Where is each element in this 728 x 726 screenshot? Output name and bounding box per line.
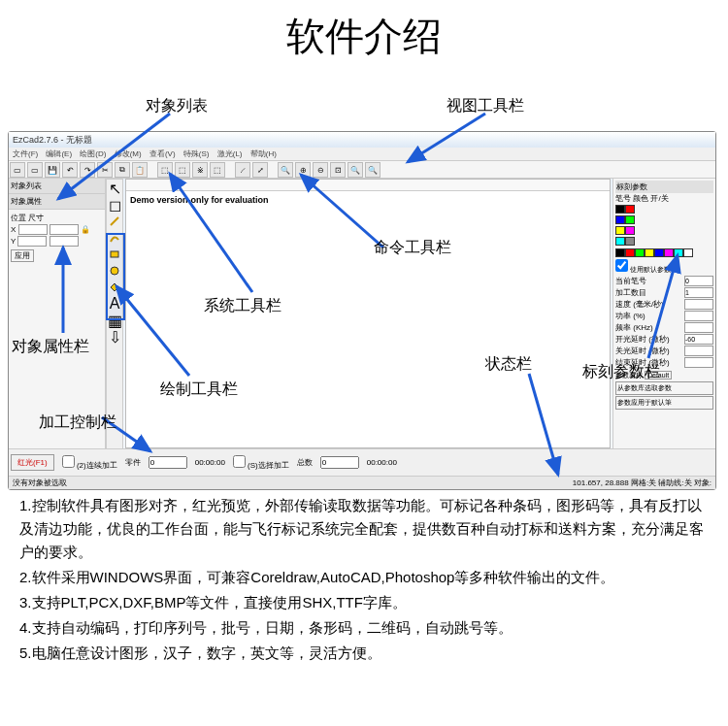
x-label: X (11, 225, 16, 234)
use-default-check[interactable] (615, 259, 628, 272)
app-screenshot: EzCad2.7.6 - 无标题 文件(F) 编辑(E) 绘图(D) 修改(M)… (8, 131, 716, 490)
close-delay-input[interactable] (684, 346, 713, 356)
select-mark-check[interactable] (233, 455, 246, 468)
apply-icon[interactable]: 应用 (11, 249, 34, 262)
color-swatch[interactable] (654, 248, 664, 257)
red-light-button[interactable]: 红光(F1) (11, 454, 54, 471)
current-pen-label: 当前笔号 (615, 276, 646, 286)
pen-header: 笔号 颜色 开/关 (615, 193, 713, 204)
cut-icon[interactable]: ✂ (97, 162, 113, 178)
object-props-tab[interactable]: 对象属性 (9, 194, 105, 210)
size-label: 尺寸 (28, 214, 44, 222)
left-panel: 对象列表 对象属性 位置 尺寸 X 🔒 Y 应用 (9, 179, 106, 489)
menu-modify[interactable]: 修改(M) (115, 149, 142, 158)
use-default-label: 使用默认参数 (630, 266, 671, 273)
system-toolbar: ▭ ▭ 💾 ↶ ↷ ✂ ⧉ 📋 ⬚ ⬚ ※ ⬚ ⟋ ⤢ 🔍 ⊕ ⊖ ⊡ 🔍 🔍 (9, 161, 715, 179)
cmd-icon[interactable]: ※ (192, 162, 208, 178)
speed-input[interactable] (684, 299, 713, 310)
process-control-bar: 红光(F1) (2)连续加工 零件 00:00:00 (S)选择加工 总数 00… (9, 448, 715, 476)
count-label: 加工数目 (615, 287, 646, 298)
count-input[interactable] (684, 287, 713, 298)
zoom-icon[interactable]: 🔍 (347, 162, 363, 178)
cmd-icon[interactable]: ⬚ (175, 162, 190, 178)
copy-icon[interactable]: ⧉ (115, 162, 130, 178)
props-area: 位置 尺寸 X 🔒 Y 应用 (9, 210, 105, 264)
zoom-in-icon[interactable]: ⊕ (295, 162, 311, 178)
label-command-toolbar: 命令工具栏 (374, 238, 451, 258)
paste-icon[interactable]: 📋 (132, 162, 148, 178)
menubar[interactable]: 文件(F) 编辑(E) 绘图(D) 修改(M) 查看(V) 特殊(S) 激光(L… (9, 148, 715, 161)
power-input[interactable] (684, 311, 713, 321)
lock-icon[interactable]: 🔒 (81, 225, 90, 234)
open-icon[interactable]: ▭ (27, 162, 43, 178)
pos-label: 位置 (11, 214, 26, 222)
zoom-icon[interactable]: 🔍 (365, 162, 381, 178)
h-input[interactable] (50, 236, 79, 247)
part-input[interactable] (149, 456, 187, 469)
node-icon[interactable]: ◻ (107, 197, 122, 213)
menu-edit[interactable]: 编辑(E) (46, 149, 72, 158)
desc-line-4: 4.支持自动编码，打印序列号，批号，日期，条形码，二维码，自动跳号等。 (19, 616, 709, 640)
color-swatch[interactable] (635, 248, 645, 257)
menu-laser[interactable]: 激光(L) (217, 149, 243, 158)
label-process-control: 加工控制栏 (39, 412, 116, 433)
object-list-tab[interactable]: 对象列表 (9, 179, 105, 194)
menu-help[interactable]: 帮助(H) (250, 149, 277, 158)
end-delay-input[interactable] (684, 357, 713, 368)
cmd-icon[interactable]: ⟋ (235, 162, 250, 178)
line-icon[interactable] (107, 214, 122, 229)
zoom-out-icon[interactable]: ⊖ (313, 162, 328, 178)
params-title: 标刻参数 (615, 181, 713, 193)
open-delay-input[interactable] (684, 334, 713, 345)
desc-line-5: 5.电脑任意设计图形，汉子，数字，英文等，灵活方便。 (19, 642, 709, 665)
cmd-icon[interactable]: ⬚ (210, 162, 225, 178)
ruler-horizontal (126, 180, 610, 191)
y-input[interactable] (17, 236, 47, 247)
continuous-label: (2)连续加工 (77, 461, 117, 470)
import-icon[interactable]: ⇩ (107, 329, 122, 345)
select-icon[interactable]: ↖ (107, 181, 122, 196)
menu-file[interactable]: 文件(F) (13, 149, 38, 158)
menu-view[interactable]: 查看(V) (149, 149, 176, 158)
new-icon[interactable]: ▭ (10, 162, 25, 178)
status-right: 101.657, 28.888 网格:关 辅助线:关 对象: (573, 478, 711, 488)
current-pen-input[interactable] (684, 276, 713, 286)
cmd-icon[interactable]: ⤢ (252, 162, 268, 178)
color-swatch[interactable] (664, 248, 674, 257)
cmd-icon[interactable]: ⬚ (157, 162, 173, 178)
freq-input[interactable] (684, 322, 713, 333)
label-status-bar: 状态栏 (485, 354, 532, 375)
label-mark-params: 标刻参数栏 (582, 362, 660, 382)
canvas-area[interactable]: Demo version-only for evaluation (125, 179, 611, 448)
freq-label: 频率 (KHz) (615, 322, 653, 333)
color-swatch[interactable] (645, 248, 654, 257)
color-swatch[interactable] (683, 248, 693, 257)
menu-draw[interactable]: 绘图(D) (80, 149, 106, 158)
annotated-diagram: 对象列表 视图工具栏 命令工具栏 状态栏 标刻参数栏 系统工具栏 绘制工具栏 对… (0, 73, 728, 480)
time2: 00:00:00 (367, 458, 397, 467)
x-input[interactable] (18, 224, 48, 235)
select-param-button[interactable]: 从参数库选取参数 (615, 381, 713, 395)
zoom-icon[interactable]: 🔍 (278, 162, 293, 178)
save-icon[interactable]: 💾 (45, 162, 60, 178)
color-swatch[interactable] (625, 248, 635, 257)
highlight-box (106, 233, 125, 320)
zoom-fit-icon[interactable]: ⊡ (330, 162, 346, 178)
total-label: 总数 (297, 457, 313, 468)
open-delay-label: 开光延时 (微秒) (615, 334, 670, 345)
label-object-props: 对象属性栏 (12, 337, 89, 357)
redo-icon[interactable]: ↷ (80, 162, 95, 178)
desc-line-2: 2.软件采用WINDOWS界面，可兼容Coreldraw,AutoCAD,Pho… (19, 566, 709, 589)
apply-param-button[interactable]: 参数应用于默认筆 (615, 396, 713, 410)
demo-text: Demo version-only for evaluation (126, 191, 610, 209)
continuous-check[interactable] (62, 455, 75, 468)
w-input[interactable] (50, 224, 79, 235)
color-swatch[interactable] (674, 248, 683, 257)
time1: 00:00:00 (195, 458, 225, 467)
total-input[interactable] (320, 456, 359, 469)
undo-icon[interactable]: ↶ (62, 162, 78, 178)
menu-special[interactable]: 特殊(S) (183, 149, 210, 158)
status-left: 没有对象被选取 (13, 478, 67, 488)
color-swatch[interactable] (615, 248, 625, 257)
part-label: 零件 (125, 457, 141, 468)
